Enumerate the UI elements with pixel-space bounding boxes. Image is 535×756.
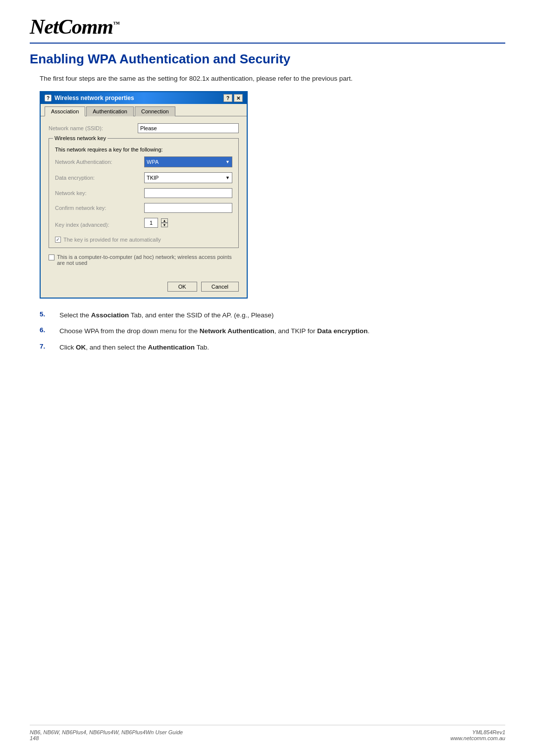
wireless-key-group: Wireless network key This network requir… (49, 138, 239, 248)
step-7-bold-1: OK (76, 344, 86, 351)
confirm-key-label: Confirm network key: (55, 205, 144, 211)
step-5: 5. Select the Association Tab, and enter… (40, 310, 505, 320)
step-5-text: Select the Association Tab, and enter th… (59, 310, 505, 320)
tab-connection[interactable]: Connection (135, 106, 175, 116)
data-enc-select[interactable]: TKIP ▼ (144, 172, 232, 183)
cancel-button[interactable]: Cancel (201, 282, 239, 292)
auto-key-label: The key is provided for me automatically (63, 237, 161, 243)
group-intro: This network requires a key for the foll… (55, 147, 232, 152)
ssid-label: Network name (SSID): (49, 125, 138, 131)
footer-page-number: 148 (30, 735, 183, 741)
step-7-number: 7. (40, 343, 50, 353)
spinner-buttons[interactable]: ▲ ▼ (161, 218, 168, 227)
step-7-bold-2: Authentication (148, 344, 195, 351)
net-auth-select[interactable]: WPA ▼ (144, 156, 232, 167)
page-title: Enabling WPA Authentication and Security (30, 51, 505, 67)
intro-text: The first four steps are the same as the… (40, 75, 505, 82)
close-button[interactable]: ✕ (234, 94, 243, 102)
wireless-properties-dialog: ? Wireless network properties ? ✕ Associ… (40, 91, 248, 299)
ssid-row: Network name (SSID): (49, 123, 239, 133)
net-auth-row: Network Authentication: WPA ▼ (55, 156, 232, 167)
step-6-bold-2: Data encryption (317, 327, 368, 335)
step-6-number: 6. (40, 326, 50, 336)
dialog-title: Wireless network properties (54, 95, 134, 101)
titlebar-left: ? Wireless network properties (45, 95, 134, 101)
spinner-down[interactable]: ▼ (161, 223, 168, 227)
ssid-input[interactable] (138, 123, 239, 133)
logo: NetComm™ (30, 15, 505, 39)
tab-association[interactable]: Association (45, 106, 85, 116)
key-index-control: ▲ ▼ (144, 218, 168, 228)
key-index-label: Key index (advanced): (55, 222, 144, 228)
auto-key-checkbox[interactable]: ✓ (55, 237, 61, 243)
footer-website: www.netcomm.com.au (450, 735, 505, 741)
dialog-tabs: Association Authentication Connection (41, 104, 247, 116)
step-7-text: Click OK, and then select the Authentica… (59, 343, 505, 353)
dialog-footer: OK Cancel (41, 278, 247, 298)
auto-key-row[interactable]: ✓ The key is provided for me automatical… (55, 237, 232, 243)
key-index-row: Key index (advanced): ▲ ▼ (55, 218, 232, 232)
data-enc-row: Data encryption: TKIP ▼ (55, 172, 232, 183)
net-key-row: Network key: (55, 188, 232, 198)
net-auth-arrow: ▼ (225, 159, 230, 164)
data-enc-arrow: ▼ (225, 175, 230, 180)
footer-left: NB6, NB6W, NB6Plus4, NB6Plus4W, NB6Plus4… (30, 729, 183, 741)
adhoc-label: This is a computer-to-computer (ad hoc) … (57, 254, 239, 266)
confirm-key-input[interactable] (144, 203, 232, 213)
step-7: 7. Click OK, and then select the Authent… (40, 343, 505, 353)
net-key-label: Network key: (55, 190, 144, 196)
step-6: 6. Choose WPA from the drop down menu fo… (40, 326, 505, 336)
dialog-body: Network name (SSID): Wireless network ke… (41, 116, 247, 278)
footer-version: YML854Rev1 (450, 729, 505, 735)
confirm-key-row: Confirm network key: (55, 203, 232, 213)
adhoc-checkbox[interactable] (49, 254, 54, 260)
group-content: This network requires a key for the foll… (55, 147, 232, 243)
net-auth-label: Network Authentication: (55, 159, 144, 165)
net-auth-value: WPA (147, 159, 159, 165)
group-label: Wireless network key (53, 135, 107, 141)
dialog-icon: ? (45, 95, 52, 101)
ok-button[interactable]: OK (167, 282, 197, 292)
steps-list: 5. Select the Association Tab, and enter… (40, 310, 505, 353)
key-index-input[interactable] (144, 218, 158, 228)
footer-right: YML854Rev1 www.netcomm.com.au (450, 729, 505, 741)
dialog-titlebar: ? Wireless network properties ? ✕ (41, 92, 247, 104)
help-button[interactable]: ? (223, 94, 232, 102)
spinner-up[interactable]: ▲ (161, 218, 168, 223)
page-footer: NB6, NB6W, NB6Plus4, NB6Plus4W, NB6Plus4… (30, 725, 505, 741)
footer-model-text: NB6, NB6W, NB6Plus4, NB6Plus4W, NB6Plus4… (30, 729, 183, 735)
tab-authentication[interactable]: Authentication (86, 106, 134, 116)
step-6-text: Choose WPA from the drop down menu for t… (59, 326, 505, 336)
step-5-bold-1: Association (91, 311, 129, 319)
step-6-bold-1: Network Authentication (200, 327, 274, 335)
data-enc-value: TKIP (147, 175, 159, 181)
titlebar-buttons[interactable]: ? ✕ (223, 94, 243, 102)
adhoc-row: This is a computer-to-computer (ad hoc) … (49, 254, 239, 266)
step-5-number: 5. (40, 310, 50, 320)
net-key-input[interactable] (144, 188, 232, 198)
data-enc-label: Data encryption: (55, 175, 144, 181)
